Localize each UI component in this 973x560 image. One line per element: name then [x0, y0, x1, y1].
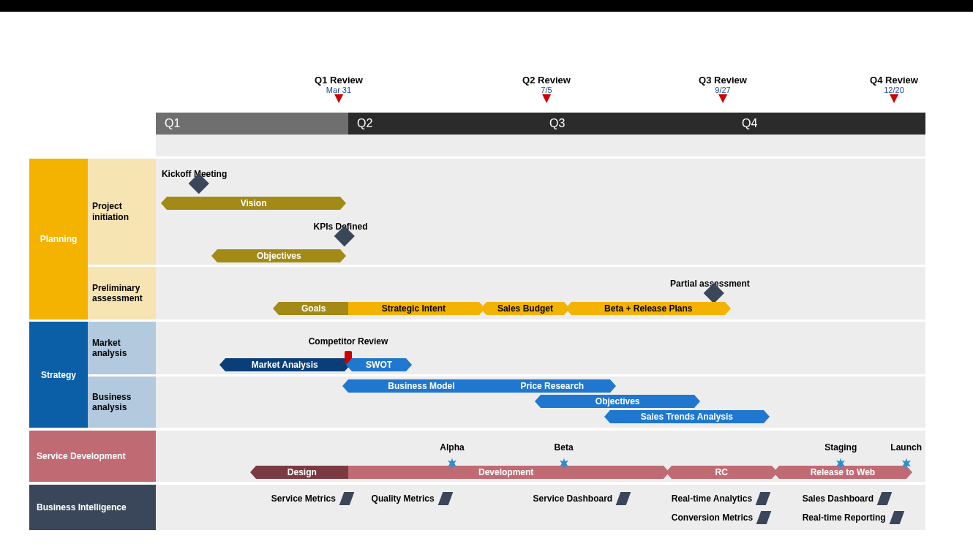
- bar-label: Vision: [241, 198, 267, 208]
- parallelogram-icon: [339, 492, 355, 505]
- bar-objectives-2: Objectives: [541, 395, 694, 408]
- lane-business-intelligence: Service Metrics Quality Metrics Service …: [156, 485, 925, 530]
- quarter-q3: Q3: [541, 113, 733, 135]
- svg-marker-1: [560, 458, 568, 469]
- bar-label: Beta + Release Plans: [604, 303, 692, 314]
- top-black-bar: [0, 0, 973, 12]
- review-q4: Q4 Review 12/20: [870, 75, 918, 103]
- parallelogram-icon: [877, 492, 893, 505]
- review-label: Q4 Review: [870, 75, 918, 86]
- parallelogram-icon: [437, 492, 453, 505]
- section-strategy: Strategy: [29, 322, 88, 428]
- section-label: Service Development: [37, 451, 125, 461]
- lane-business-analysis: Business Model Price Research Objectives…: [156, 377, 925, 428]
- triangle-down-icon: [718, 94, 727, 103]
- bar-objectives: Objectives: [217, 249, 340, 262]
- triangle-down-icon: [334, 94, 343, 103]
- milestone-staging-label: Staging: [824, 442, 857, 453]
- bar-design: Design: [256, 466, 348, 479]
- bar-business-model: Business Model: [348, 379, 495, 393]
- review-date: Mar 31: [315, 86, 363, 94]
- parallelogram-icon: [616, 492, 631, 505]
- sublabel-prelim-assessment: Preliminary assessment: [88, 267, 156, 319]
- bar-label: Strategic Intent: [382, 303, 446, 314]
- section-planning: Planning: [29, 159, 88, 319]
- review-label: Q2 Review: [522, 75, 571, 86]
- milestone-beta-label: Beta: [555, 442, 574, 453]
- quarter-band: Q1 Q2 Q3 Q4: [156, 113, 925, 135]
- bar-vision: Vision: [167, 197, 341, 210]
- triangle-down-icon: [890, 94, 898, 103]
- bar-label: Business Model: [388, 381, 454, 391]
- lane-project-initiation: Kickoff Meeting Vision KPIs Defined Obje…: [156, 159, 925, 265]
- quarter-q4: Q4: [733, 113, 925, 135]
- milestone-competitor-label: Competitor Review: [309, 336, 388, 347]
- bi-label: Real-time Reporting: [803, 512, 886, 523]
- bar-label: SWOT: [366, 360, 392, 370]
- svg-marker-0: [448, 458, 457, 469]
- parallelogram-icon: [756, 492, 771, 505]
- review-markers: Q1 Review Mar 31 Q2 Review 7/5 Q3 Review…: [0, 75, 973, 111]
- bar-label: Sales Budget: [497, 303, 553, 314]
- bi-label: Quality Metrics: [372, 493, 435, 504]
- section-label: Business Intelligence: [37, 502, 127, 512]
- bi-sales-dashboard: Sales Dashboard: [803, 492, 890, 505]
- review-label: Q1 Review: [315, 75, 363, 86]
- svg-marker-2: [836, 458, 845, 469]
- bar-label: Goals: [301, 303, 326, 314]
- bar-label: Objectives: [257, 251, 301, 261]
- parallelogram-icon: [756, 511, 772, 524]
- review-q2: Q2 Review 7/5: [522, 75, 571, 103]
- star-icon: [557, 457, 571, 470]
- review-label: Q3 Review: [699, 75, 747, 86]
- milestone-launch-label: Launch: [890, 442, 922, 453]
- lane-spacer: [156, 135, 925, 156]
- bar-sales-budget: Sales Budget: [487, 302, 563, 315]
- bar-development: Development: [348, 466, 664, 479]
- bar-price-research: Price Research: [495, 379, 610, 393]
- timeline-stage: Q1 Review Mar 31 Q2 Review 7/5 Q3 Review…: [0, 12, 973, 560]
- bar-beta-release-plans: Beta + Release Plans: [571, 302, 725, 315]
- bi-service-dashboard: Service Dashboard: [533, 492, 628, 505]
- bar-sales-trends: Sales Trends Analysis: [610, 410, 764, 423]
- star-icon: [834, 457, 847, 470]
- bi-conversion-metrics: Conversion Metrics: [672, 511, 769, 524]
- bar-rc: RC: [672, 466, 772, 479]
- bi-realtime-reporting: Real-time Reporting: [803, 511, 902, 524]
- star-icon: [446, 457, 459, 470]
- review-date: 7/5: [522, 86, 571, 94]
- bi-quality-metrics: Quality Metrics: [372, 492, 451, 505]
- triangle-down-icon: [542, 94, 551, 103]
- sublabel-business-analysis: Business analysis: [88, 377, 156, 428]
- section-label: Strategy: [41, 370, 76, 380]
- bar-goals: Goals: [279, 302, 348, 315]
- review-date: 12/20: [870, 86, 918, 94]
- lane-market-analysis: Competitor Review Market Analysis SWOT: [156, 322, 925, 374]
- bar-strategic-intent: Strategic Intent: [348, 302, 479, 315]
- lane-prelim-assessment: Partial assessment Goals Strategic Inten…: [156, 267, 925, 319]
- bi-service-metrics: Service Metrics: [271, 492, 352, 505]
- bar-label: Price Research: [520, 381, 584, 391]
- section-business-intelligence: Business Intelligence: [29, 485, 156, 530]
- section-label: Planning: [40, 234, 78, 244]
- section-service-development: Service Development: [29, 431, 156, 482]
- quarter-q2: Q2: [348, 113, 541, 135]
- bi-label: Service Metrics: [271, 493, 336, 504]
- review-date: 9/27: [699, 86, 747, 94]
- bar-label: Objectives: [596, 396, 640, 406]
- review-q1: Q1 Review Mar 31: [315, 75, 363, 103]
- bi-realtime-analytics: Real-time Analytics: [672, 492, 768, 505]
- parallelogram-icon: [889, 511, 904, 524]
- quarter-q1: Q1: [156, 113, 348, 135]
- milestone-alpha-label: Alpha: [440, 442, 464, 453]
- bar-label: Design: [288, 467, 317, 477]
- bar-swot: SWOT: [352, 358, 406, 371]
- lane-service-development: Alpha Beta Staging Launch Design Develop…: [156, 431, 925, 482]
- star-icon: [900, 457, 913, 470]
- bar-label: Market Analysis: [252, 360, 318, 370]
- bi-label: Sales Dashboard: [803, 493, 874, 504]
- bar-label: RC: [715, 467, 728, 477]
- sublabel-market-analysis: Market analysis: [88, 322, 156, 374]
- bar-label: Sales Trends Analysis: [641, 412, 733, 422]
- bar-market-analysis: Market Analysis: [225, 358, 345, 371]
